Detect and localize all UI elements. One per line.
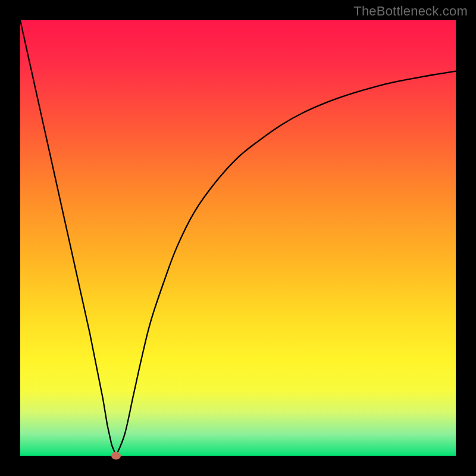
curve-right-branch [116,71,456,456]
watermark-text: TheBottleneck.com [353,4,468,19]
minimum-marker [111,452,121,460]
chart-frame: TheBottleneck.com [0,0,476,476]
chart-svg [20,20,456,456]
curve-left-branch [20,20,116,456]
plot-area [20,20,456,456]
